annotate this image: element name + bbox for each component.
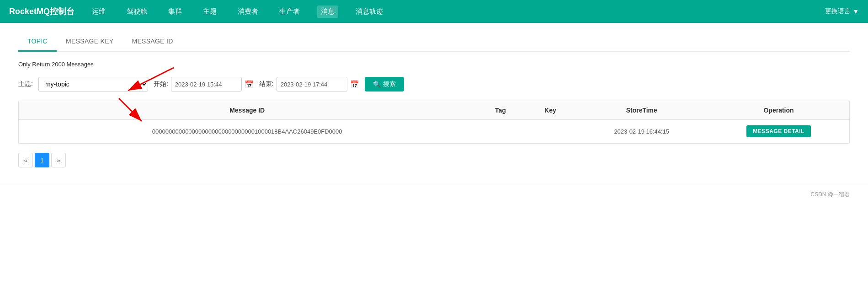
calendar-end-icon[interactable]: 📅 xyxy=(350,80,359,89)
col-header-key: Key xyxy=(525,101,575,120)
navbar-item-consumer[interactable]: 消费者 xyxy=(234,5,262,18)
start-date-group: 开始: 📅 xyxy=(154,77,254,91)
filter-area: 主题: my-topic 开始: 📅 结束: 📅 🔍 搜索 xyxy=(18,77,850,91)
search-icon: 🔍 xyxy=(373,81,381,88)
navbar-item-cluster[interactable]: 集群 xyxy=(165,5,186,18)
tab-message-key[interactable]: MESSAGE KEY xyxy=(57,32,122,52)
navbar-item-dashboard[interactable]: 驾驶舱 xyxy=(123,5,151,18)
footer: CSDN @一宿君 xyxy=(0,186,868,203)
navbar-items: 运维 驾驶舱 集群 主题 消费者 生产者 消息 消息轨迹 xyxy=(88,5,825,18)
col-header-message-id: Message ID xyxy=(19,101,475,120)
message-table-wrapper: Message ID Tag Key StoreTime Operation 0… xyxy=(18,101,850,144)
col-header-tag: Tag xyxy=(475,101,525,120)
start-date-input[interactable] xyxy=(171,77,242,91)
navbar-lang[interactable]: 更换语言 ▼ xyxy=(825,7,859,16)
navbar-lang-label: 更换语言 xyxy=(825,7,851,16)
page-1-button[interactable]: 1 xyxy=(35,153,49,167)
chevron-down-icon: ▼ xyxy=(852,8,859,15)
tab-topic[interactable]: TOPIC xyxy=(18,32,57,52)
start-label: 开始: xyxy=(154,80,168,88)
tab-message-id[interactable]: MESSAGE ID xyxy=(122,32,182,52)
info-text: Only Return 2000 Messages xyxy=(18,61,850,68)
tab-bar: TOPIC MESSAGE KEY MESSAGE ID xyxy=(18,32,850,52)
cell-tag xyxy=(475,120,525,143)
table-header-row: Message ID Tag Key StoreTime Operation xyxy=(19,101,849,120)
navbar-item-message[interactable]: 消息 xyxy=(317,5,338,18)
navbar-item-topic[interactable]: 主题 xyxy=(199,5,220,18)
cell-operation: MESSAGE DETAIL xyxy=(708,120,849,143)
footer-text: CSDN @一宿君 xyxy=(810,191,850,198)
end-date-group: 结束: 📅 xyxy=(259,77,359,91)
search-label: 搜索 xyxy=(383,80,396,88)
navbar: RocketMQ控制台 运维 驾驶舱 集群 主题 消费者 生产者 消息 消息轨迹… xyxy=(0,0,868,23)
cell-message-id: 00000000000000000000000000000001000018B4… xyxy=(19,120,475,143)
navbar-item-yunwei[interactable]: 运维 xyxy=(88,5,109,18)
page-next-button[interactable]: » xyxy=(51,153,66,167)
table-area: Message ID Tag Key StoreTime Operation 0… xyxy=(18,101,850,144)
search-button[interactable]: 🔍 搜索 xyxy=(365,77,404,91)
navbar-brand: RocketMQ控制台 xyxy=(9,6,75,17)
pagination: « 1 » xyxy=(18,153,850,167)
cell-store-time: 2023-02-19 16:44:15 xyxy=(575,120,708,143)
calendar-start-icon[interactable]: 📅 xyxy=(245,80,254,89)
col-header-operation: Operation xyxy=(708,101,849,120)
page-prev-button[interactable]: « xyxy=(18,153,33,167)
topic-select[interactable]: my-topic xyxy=(38,77,148,91)
main-content: TOPIC MESSAGE KEY MESSAGE ID Only Return… xyxy=(0,23,868,186)
cell-key xyxy=(525,120,575,143)
table-row: 00000000000000000000000000000001000018B4… xyxy=(19,120,849,143)
message-detail-button[interactable]: MESSAGE DETAIL xyxy=(746,125,811,137)
navbar-item-trace[interactable]: 消息轨迹 xyxy=(352,5,387,18)
end-label: 结束: xyxy=(259,80,274,88)
col-header-storetime: StoreTime xyxy=(575,101,708,120)
topic-label: 主题: xyxy=(18,80,33,88)
filter-row: 主题: my-topic 开始: 📅 结束: 📅 🔍 搜索 xyxy=(18,77,850,91)
end-date-input[interactable] xyxy=(277,77,347,91)
message-table: Message ID Tag Key StoreTime Operation 0… xyxy=(19,101,849,143)
navbar-item-producer[interactable]: 生产者 xyxy=(276,5,304,18)
